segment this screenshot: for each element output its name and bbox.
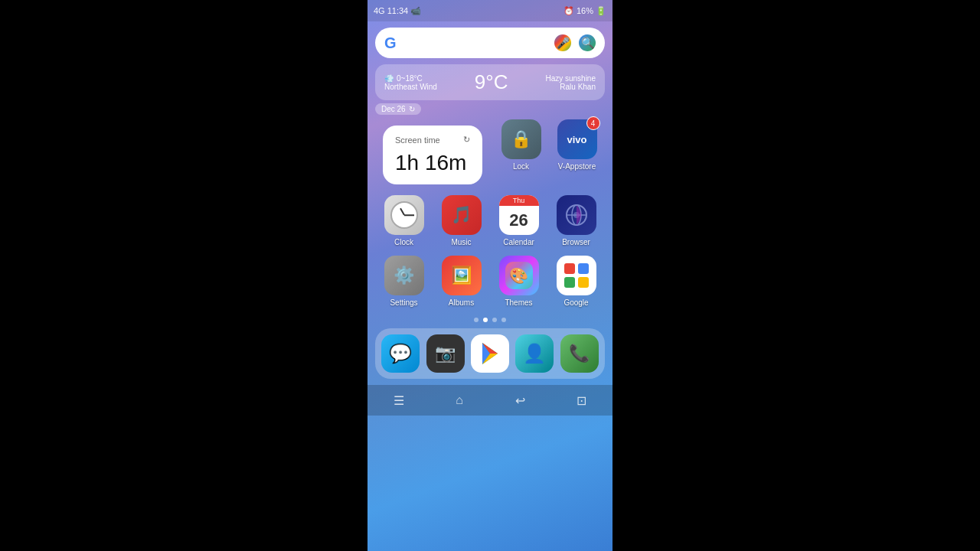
phone-screen: 4G 11:34 📹 ⏰ 16% 🔋 G 🎤 🔍 💨 0~18°C Northe… <box>368 0 612 551</box>
calendar-label: Calendar <box>503 238 534 246</box>
weather-condition: Hazy sunshine <box>545 74 596 83</box>
google-logo: G <box>384 34 397 52</box>
page-dot-1[interactable] <box>483 318 488 322</box>
status-right: ⏰ 16% 🔋 <box>564 6 606 16</box>
lock-icon-img: 🔒 <box>501 119 541 159</box>
battery-percent: 16% <box>577 6 593 15</box>
weather-location: Ralu Khan <box>545 83 596 91</box>
calendar-icon-img: Thu 26 <box>499 195 539 235</box>
search-icons: 🎤 🔍 <box>554 34 596 51</box>
mic-icon[interactable]: 🎤 <box>554 34 571 51</box>
browser-label: Browser <box>562 238 590 246</box>
albums-label: Albums <box>449 298 474 307</box>
battery-icon: 🔋 <box>596 6 606 16</box>
clock-face <box>390 201 418 229</box>
page-dot-3[interactable] <box>501 318 506 322</box>
themes-label: Themes <box>505 298 532 307</box>
calendar-date: 26 <box>499 206 539 235</box>
clock-icon-img <box>384 195 424 235</box>
dock-messages[interactable]: 💬 <box>381 334 420 373</box>
status-bar: 4G 11:34 📹 ⏰ 16% 🔋 <box>368 0 612 21</box>
nav-menu[interactable]: ☰ <box>394 393 404 408</box>
app-row-2: Clock 🎵 Music Thu 26 Calendar <box>368 191 612 251</box>
app-browser[interactable]: Browser <box>551 195 601 246</box>
app-themes[interactable]: 🎨 Themes <box>494 256 544 307</box>
screen-time-value: 1h 16m <box>395 151 470 175</box>
screen-time-widget[interactable]: Screen time ↻ 1h 16m <box>383 126 482 184</box>
refresh-icon[interactable]: ↻ <box>463 135 470 145</box>
lock-label: Lock <box>513 162 529 171</box>
dock-playstore[interactable] <box>471 334 509 373</box>
refresh-icon: ↻ <box>409 105 415 113</box>
app-google[interactable]: Google <box>551 256 601 307</box>
calendar-day: Thu <box>499 195 539 206</box>
google-svg <box>563 262 590 289</box>
first-app-row: Screen time ↻ 1h 16m 🔒 Lock vivo <box>368 116 612 191</box>
app-lock[interactable]: 🔒 Lock <box>496 119 546 171</box>
weather-wind-dir: Northeast Wind <box>384 83 437 91</box>
weather-temp-block: 9°C <box>475 70 508 94</box>
browser-icon-img <box>557 195 596 235</box>
vappstore-label: V-Appstore <box>558 162 596 171</box>
nav-bar: ☰ ⌂ ↩ ⊡ <box>368 385 612 416</box>
weather-widget[interactable]: 💨 0~18°C Northeast Wind 9°C Hazy sunshin… <box>375 64 605 100</box>
albums-icon-img: 🖼️ <box>442 256 482 295</box>
dock-camera[interactable]: 📷 <box>426 334 465 373</box>
vappstore-badge: 4 <box>586 116 600 130</box>
music-label: Music <box>451 238 471 246</box>
network-icon: 4G <box>374 6 385 15</box>
screen-time-label: Screen time <box>395 135 440 145</box>
lock-vapp-row: 🔒 Lock vivo 4 V-Appstore <box>496 119 602 171</box>
time: 11:34 <box>387 6 409 15</box>
music-icon-img: 🎵 <box>442 195 482 235</box>
right-apps: 🔒 Lock vivo 4 V-Appstore <box>496 119 602 187</box>
google-icon-img <box>557 256 596 295</box>
app-music[interactable]: 🎵 Music <box>436 195 486 246</box>
dock: 💬 📷 👤 📞 <box>375 328 605 379</box>
weather-left: 💨 0~18°C Northeast Wind <box>384 74 437 91</box>
themes-icon-img: 🎨 <box>499 256 539 295</box>
alarm-icon: ⏰ <box>564 6 574 16</box>
settings-label: Settings <box>390 298 417 307</box>
status-left: 4G 11:34 📹 <box>374 6 421 16</box>
dock-contacts[interactable]: 👤 <box>515 334 554 373</box>
video-icon: 📹 <box>410 6 421 16</box>
svg-rect-5 <box>564 263 575 274</box>
search-bar[interactable]: G 🎤 🔍 <box>375 28 605 58</box>
lens-icon[interactable]: 🔍 <box>579 34 596 51</box>
dock-phone[interactable]: 📞 <box>560 334 599 373</box>
nav-back[interactable]: ↩ <box>515 393 525 408</box>
clock-hand-minute <box>404 214 414 216</box>
app-calendar[interactable]: Thu 26 Calendar <box>494 195 544 246</box>
page-dot-0[interactable] <box>474 318 479 322</box>
google-label: Google <box>564 298 588 307</box>
svg-rect-6 <box>578 263 589 274</box>
nav-home[interactable]: ⌂ <box>456 393 463 407</box>
weather-right: Hazy sunshine Ralu Khan <box>545 74 596 91</box>
app-settings[interactable]: ⚙️ Settings <box>379 256 429 307</box>
app-clock[interactable]: Clock <box>379 195 429 246</box>
app-row-3: ⚙️ Settings 🖼️ Albums 🎨 Themes <box>368 251 612 311</box>
nav-recent[interactable]: ⊡ <box>577 393 586 408</box>
settings-icon-img: ⚙️ <box>384 256 424 295</box>
app-albums[interactable]: 🖼️ Albums <box>436 256 486 307</box>
svg-rect-8 <box>578 277 589 288</box>
browser-svg <box>564 203 589 227</box>
weather-date: Dec 26 ↻ <box>375 103 421 115</box>
weather-wind: 💨 0~18°C <box>384 74 437 83</box>
clock-label: Clock <box>394 238 413 246</box>
screen-time-header: Screen time ↻ <box>395 135 470 145</box>
vappstore-icon-img: vivo 4 <box>557 119 597 159</box>
page-dot-2[interactable] <box>492 318 497 322</box>
page-dots <box>368 311 612 328</box>
svg-rect-7 <box>564 277 575 288</box>
app-vappstore[interactable]: vivo 4 V-Appstore <box>552 119 602 171</box>
weather-temp: 9°C <box>475 70 508 94</box>
